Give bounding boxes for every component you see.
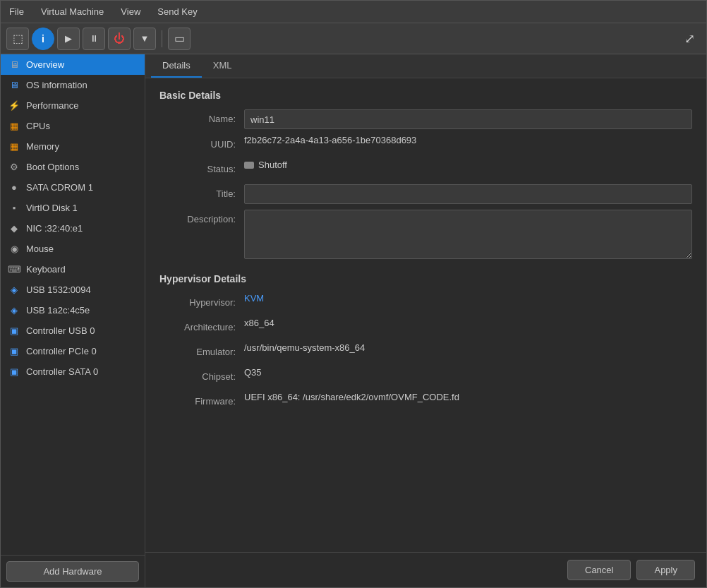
toolbar-separator (162, 30, 162, 47)
disk-icon: ▪ (8, 203, 20, 213)
dropdown-icon: ▼ (140, 33, 150, 44)
performance-icon: ⚡ (8, 100, 20, 111)
pause-button[interactable]: ⏸ (83, 28, 105, 50)
add-hardware-button[interactable]: Add Hardware (6, 561, 139, 582)
detail-panel: Details XML Basic Details Name: UUID: f2… (145, 54, 706, 587)
chipset-value: Q35 (244, 367, 692, 378)
sidebar-item-ctrl-sata[interactable]: ▣ Controller SATA 0 (1, 361, 145, 382)
apply-button[interactable]: Apply (636, 560, 695, 580)
power-button[interactable]: ⏻ (108, 28, 131, 50)
description-textarea[interactable] (244, 210, 692, 259)
sidebar-item-overview[interactable]: 🖥 Overview (1, 54, 145, 75)
name-label: Name: (159, 109, 244, 128)
sidebar-item-ctrl-usb[interactable]: ▣ Controller USB 0 (1, 320, 145, 341)
sidebar-item-boot-options[interactable]: ⚙ Boot Options (1, 157, 145, 177)
field-row-description: Description: (159, 210, 692, 259)
play-button[interactable]: ▶ (57, 28, 80, 50)
overview-icon: 🖥 (8, 59, 20, 70)
menu-view[interactable]: View (118, 5, 143, 18)
menu-vm[interactable]: Virtual Machine (38, 5, 107, 18)
sidebar-item-memory[interactable]: ▦ Memory (1, 136, 145, 157)
status-label: Status: (159, 160, 244, 179)
cdrom-icon: ● (8, 182, 20, 193)
main-content: 🖥 Overview 🖥 OS information ⚡ Performanc… (1, 54, 706, 587)
monitor-icon: ⬚ (13, 32, 23, 45)
sidebar-item-performance[interactable]: ⚡ Performance (1, 95, 145, 116)
info-icon: i (42, 33, 44, 44)
status-value: Shutoff (244, 160, 692, 170)
dropdown-button[interactable]: ▼ (133, 28, 156, 50)
name-input[interactable] (244, 109, 692, 129)
main-window: File Virtual Machine View Send Key ⬚ i ▶… (0, 0, 707, 588)
sidebar-item-label-cpus: CPUs (26, 121, 50, 131)
sidebar-item-label-performance: Performance (26, 100, 78, 111)
ctrl-pcie-icon: ▣ (8, 346, 20, 356)
sidebar-item-label-virtio-disk: VirtIO Disk 1 (26, 203, 78, 213)
sidebar-item-label-usb2: USB 1a2c:4c5e (26, 305, 90, 316)
sidebar-item-label-nic: NIC :32:40:e1 (26, 223, 83, 234)
hypervisor-details-title: Hypervisor Details (159, 273, 692, 284)
nic-icon: ◆ (8, 223, 20, 234)
sidebar-item-usb1[interactable]: ◈ USB 1532:0094 (1, 280, 145, 300)
sidebar-item-virtio-disk[interactable]: ▪ VirtIO Disk 1 (1, 198, 145, 218)
hypervisor-section: Hypervisor Details Hypervisor: KVM Archi… (159, 273, 692, 411)
ctrl-usb-icon: ▣ (8, 325, 20, 336)
status-dot (244, 162, 254, 169)
os-info-icon: 🖥 (8, 80, 20, 90)
field-row-status: Status: Shutoff (159, 160, 692, 179)
memory-icon: ▦ (8, 141, 20, 152)
sidebar-item-usb2[interactable]: ◈ USB 1a2c:4c5e (1, 300, 145, 320)
architecture-value: x86_64 (244, 318, 692, 328)
menubar: File Virtual Machine View Send Key (1, 1, 706, 23)
power-icon: ⏻ (114, 32, 125, 45)
field-row-title: Title: (159, 184, 692, 204)
field-row-firmware: Firmware: UEFI x86_64: /usr/share/edk2/o… (159, 392, 692, 411)
field-row-hypervisor: Hypervisor: KVM (159, 293, 692, 312)
sidebar-footer: Add Hardware (1, 555, 145, 587)
detail-content: Basic Details Name: UUID: f2b26c72-2a4a-… (145, 78, 706, 552)
display-icon: ▭ (174, 32, 185, 45)
tab-details[interactable]: Details (151, 54, 202, 78)
sidebar-item-label-ctrl-sata: Controller SATA 0 (26, 366, 98, 377)
chipset-label: Chipset: (159, 367, 244, 386)
firmware-value: UEFI x86_64: /usr/share/edk2/ovmf/OVMF_C… (244, 392, 692, 402)
pause-icon: ⏸ (90, 33, 99, 44)
sidebar-item-ctrl-pcie[interactable]: ▣ Controller PCIe 0 (1, 341, 145, 361)
field-row-uuid: UUID: f2b26c72-2a4a-4a13-a656-1be70368d6… (159, 135, 692, 154)
sidebar-item-cpus[interactable]: ▦ CPUs (1, 116, 145, 136)
fullscreen-button[interactable]: ⤢ (678, 28, 701, 50)
uuid-label: UUID: (159, 135, 244, 154)
field-row-architecture: Architecture: x86_64 (159, 318, 692, 337)
bottom-bar: Cancel Apply (145, 552, 706, 587)
sidebar-item-mouse[interactable]: ◉ Mouse (1, 239, 145, 259)
tab-xml[interactable]: XML (202, 54, 243, 78)
info-button[interactable]: i (32, 28, 54, 50)
emulator-label: Emulator: (159, 342, 244, 361)
hypervisor-label: Hypervisor: (159, 293, 244, 312)
hypervisor-value: KVM (244, 293, 692, 304)
cancel-button[interactable]: Cancel (567, 560, 631, 580)
monitor-button[interactable]: ⬚ (6, 28, 29, 50)
sidebar-item-os-info[interactable]: 🖥 OS information (1, 75, 145, 95)
menu-file[interactable]: File (6, 5, 27, 18)
uuid-value: f2b26c72-2a4a-4a13-a656-1be70368d693 (244, 135, 692, 145)
sidebar-item-keyboard[interactable]: ⌨ Keyboard (1, 259, 145, 280)
sidebar-item-label-mouse: Mouse (26, 244, 54, 254)
firmware-label: Firmware: (159, 392, 244, 411)
usb1-icon: ◈ (8, 284, 20, 295)
sidebar-item-label-sata-cdrom: SATA CDROM 1 (26, 182, 93, 193)
sidebar-item-label-memory: Memory (26, 141, 59, 152)
sidebar-item-label-boot-options: Boot Options (26, 162, 79, 172)
status-text: Shutoff (258, 160, 287, 170)
menu-sendkey[interactable]: Send Key (155, 5, 200, 18)
sidebar-item-sata-cdrom[interactable]: ● SATA CDROM 1 (1, 177, 145, 198)
sidebar-item-label-overview: Overview (26, 59, 64, 70)
description-label: Description: (159, 210, 244, 229)
display-button[interactable]: ▭ (168, 28, 191, 50)
ctrl-sata-icon: ▣ (8, 366, 20, 377)
title-input[interactable] (244, 184, 692, 204)
sidebar-item-nic[interactable]: ◆ NIC :32:40:e1 (1, 218, 145, 239)
cpu-icon: ▦ (8, 121, 20, 131)
sidebar-item-label-os-info: OS information (26, 80, 87, 90)
sidebar: 🖥 Overview 🖥 OS information ⚡ Performanc… (1, 54, 145, 587)
